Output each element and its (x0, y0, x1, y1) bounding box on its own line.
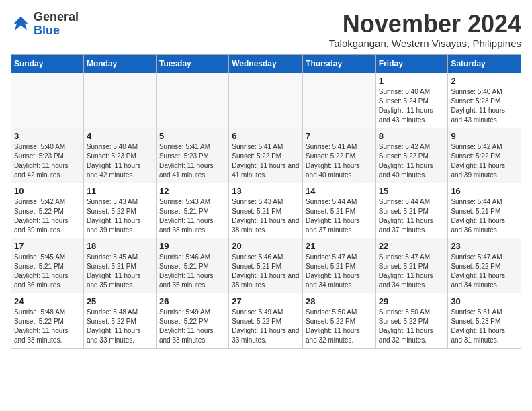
location-subtitle: Talokgangan, Western Visayas, Philippine… (329, 38, 521, 49)
day-number: 4 (87, 131, 153, 141)
day-detail: Sunrise: 5:43 AM Sunset: 5:22 PM Dayligh… (87, 197, 153, 235)
day-number: 8 (379, 131, 445, 141)
day-detail: Sunrise: 5:42 AM Sunset: 5:22 PM Dayligh… (379, 142, 445, 180)
calendar-day-cell: 18Sunrise: 5:45 AM Sunset: 5:21 PM Dayli… (83, 238, 156, 293)
calendar-day-cell: 23Sunrise: 5:47 AM Sunset: 5:22 PM Dayli… (448, 238, 521, 293)
day-number: 3 (14, 131, 81, 141)
calendar-day-cell: 21Sunrise: 5:47 AM Sunset: 5:21 PM Dayli… (303, 238, 376, 293)
calendar-week-row: 17Sunrise: 5:45 AM Sunset: 5:21 PM Dayli… (11, 238, 521, 293)
day-detail: Sunrise: 5:41 AM Sunset: 5:22 PM Dayligh… (232, 142, 300, 180)
calendar-day-cell (156, 73, 228, 128)
day-detail: Sunrise: 5:47 AM Sunset: 5:22 PM Dayligh… (451, 253, 518, 290)
day-number: 28 (306, 296, 373, 306)
calendar-day-cell: 15Sunrise: 5:44 AM Sunset: 5:21 PM Dayli… (375, 183, 448, 238)
day-detail: Sunrise: 5:45 AM Sunset: 5:21 PM Dayligh… (14, 253, 81, 290)
header: General Blue November 2024 Talokgangan, … (11, 11, 521, 49)
calendar-week-row: 3Sunrise: 5:40 AM Sunset: 5:23 PM Daylig… (11, 128, 521, 183)
calendar-header-row: SundayMondayTuesdayWednesdayThursdayFrid… (11, 54, 521, 73)
day-number: 19 (159, 241, 226, 251)
calendar-day-cell: 19Sunrise: 5:46 AM Sunset: 5:21 PM Dayli… (156, 238, 228, 293)
day-detail: Sunrise: 5:40 AM Sunset: 5:24 PM Dayligh… (379, 87, 445, 125)
calendar-day-cell: 12Sunrise: 5:43 AM Sunset: 5:21 PM Dayli… (156, 183, 228, 238)
day-number: 11 (87, 186, 153, 196)
weekday-header-saturday: Saturday (448, 54, 521, 73)
day-detail: Sunrise: 5:49 AM Sunset: 5:22 PM Dayligh… (159, 308, 226, 345)
calendar-day-cell: 20Sunrise: 5:46 AM Sunset: 5:21 PM Dayli… (229, 238, 303, 293)
day-detail: Sunrise: 5:50 AM Sunset: 5:22 PM Dayligh… (306, 308, 373, 345)
calendar-week-row: 10Sunrise: 5:42 AM Sunset: 5:22 PM Dayli… (11, 183, 521, 238)
day-detail: Sunrise: 5:51 AM Sunset: 5:23 PM Dayligh… (451, 308, 518, 345)
weekday-header-friday: Friday (375, 54, 448, 73)
calendar-day-cell: 24Sunrise: 5:48 AM Sunset: 5:22 PM Dayli… (11, 293, 84, 348)
calendar-day-cell (83, 73, 156, 128)
day-number: 27 (232, 296, 300, 306)
calendar-day-cell: 30Sunrise: 5:51 AM Sunset: 5:23 PM Dayli… (448, 293, 521, 348)
day-number: 21 (306, 241, 373, 251)
weekday-header-wednesday: Wednesday (229, 54, 303, 73)
day-number: 24 (14, 296, 81, 306)
day-number: 17 (14, 241, 81, 251)
logo-icon (11, 14, 31, 34)
day-number: 1 (379, 76, 445, 86)
day-number: 5 (159, 131, 226, 141)
day-number: 15 (379, 186, 445, 196)
day-detail: Sunrise: 5:50 AM Sunset: 5:22 PM Dayligh… (379, 308, 445, 345)
calendar-day-cell: 29Sunrise: 5:50 AM Sunset: 5:22 PM Dayli… (375, 293, 448, 348)
day-detail: Sunrise: 5:44 AM Sunset: 5:21 PM Dayligh… (451, 197, 518, 235)
day-detail: Sunrise: 5:42 AM Sunset: 5:22 PM Dayligh… (451, 142, 518, 180)
day-number: 13 (232, 186, 300, 196)
day-number: 23 (451, 241, 518, 251)
day-detail: Sunrise: 5:43 AM Sunset: 5:21 PM Dayligh… (232, 197, 300, 235)
weekday-header-sunday: Sunday (11, 54, 84, 73)
day-detail: Sunrise: 5:46 AM Sunset: 5:21 PM Dayligh… (232, 253, 300, 290)
day-detail: Sunrise: 5:41 AM Sunset: 5:23 PM Dayligh… (159, 142, 226, 180)
calendar-day-cell: 25Sunrise: 5:48 AM Sunset: 5:22 PM Dayli… (83, 293, 156, 348)
day-number: 9 (451, 131, 518, 141)
calendar-day-cell: 14Sunrise: 5:44 AM Sunset: 5:21 PM Dayli… (303, 183, 376, 238)
weekday-header-monday: Monday (83, 54, 156, 73)
day-detail: Sunrise: 5:47 AM Sunset: 5:21 PM Dayligh… (306, 253, 373, 290)
weekday-header-tuesday: Tuesday (156, 54, 228, 73)
calendar-day-cell: 17Sunrise: 5:45 AM Sunset: 5:21 PM Dayli… (11, 238, 84, 293)
day-detail: Sunrise: 5:43 AM Sunset: 5:21 PM Dayligh… (159, 197, 226, 235)
day-number: 22 (379, 241, 445, 251)
calendar-day-cell (11, 73, 84, 128)
calendar-day-cell: 10Sunrise: 5:42 AM Sunset: 5:22 PM Dayli… (11, 183, 84, 238)
day-detail: Sunrise: 5:44 AM Sunset: 5:21 PM Dayligh… (306, 197, 373, 235)
day-detail: Sunrise: 5:44 AM Sunset: 5:21 PM Dayligh… (379, 197, 445, 235)
calendar-day-cell: 13Sunrise: 5:43 AM Sunset: 5:21 PM Dayli… (229, 183, 303, 238)
day-number: 16 (451, 186, 518, 196)
calendar-day-cell: 2Sunrise: 5:40 AM Sunset: 5:23 PM Daylig… (448, 73, 521, 128)
day-number: 20 (232, 241, 300, 251)
calendar-day-cell: 4Sunrise: 5:40 AM Sunset: 5:23 PM Daylig… (83, 128, 156, 183)
calendar-body: 1Sunrise: 5:40 AM Sunset: 5:24 PM Daylig… (11, 73, 521, 348)
calendar-day-cell: 11Sunrise: 5:43 AM Sunset: 5:22 PM Dayli… (83, 183, 156, 238)
day-detail: Sunrise: 5:46 AM Sunset: 5:21 PM Dayligh… (159, 253, 226, 290)
calendar-day-cell: 7Sunrise: 5:41 AM Sunset: 5:22 PM Daylig… (303, 128, 376, 183)
day-detail: Sunrise: 5:40 AM Sunset: 5:23 PM Dayligh… (87, 142, 153, 180)
day-detail: Sunrise: 5:47 AM Sunset: 5:21 PM Dayligh… (379, 253, 445, 290)
day-number: 2 (451, 76, 518, 86)
day-number: 29 (379, 296, 445, 306)
calendar-day-cell: 8Sunrise: 5:42 AM Sunset: 5:22 PM Daylig… (375, 128, 448, 183)
day-detail: Sunrise: 5:48 AM Sunset: 5:22 PM Dayligh… (14, 308, 81, 345)
day-number: 18 (87, 241, 153, 251)
calendar-day-cell: 6Sunrise: 5:41 AM Sunset: 5:22 PM Daylig… (229, 128, 303, 183)
day-detail: Sunrise: 5:40 AM Sunset: 5:23 PM Dayligh… (451, 87, 518, 125)
calendar-day-cell: 1Sunrise: 5:40 AM Sunset: 5:24 PM Daylig… (375, 73, 448, 128)
day-number: 7 (306, 131, 373, 141)
day-number: 30 (451, 296, 518, 306)
month-title: November 2024 (329, 11, 521, 38)
calendar-day-cell: 16Sunrise: 5:44 AM Sunset: 5:21 PM Dayli… (448, 183, 521, 238)
calendar-table: SundayMondayTuesdayWednesdayThursdayFrid… (11, 54, 521, 349)
day-number: 26 (159, 296, 226, 306)
calendar-day-cell: 26Sunrise: 5:49 AM Sunset: 5:22 PM Dayli… (156, 293, 228, 348)
day-detail: Sunrise: 5:45 AM Sunset: 5:21 PM Dayligh… (87, 253, 153, 290)
calendar-day-cell (303, 73, 376, 128)
calendar-day-cell: 5Sunrise: 5:41 AM Sunset: 5:23 PM Daylig… (156, 128, 228, 183)
calendar-day-cell: 3Sunrise: 5:40 AM Sunset: 5:23 PM Daylig… (11, 128, 84, 183)
title-area: November 2024 Talokgangan, Western Visay… (329, 11, 521, 49)
calendar-week-row: 24Sunrise: 5:48 AM Sunset: 5:22 PM Dayli… (11, 293, 521, 348)
weekday-header-thursday: Thursday (303, 54, 376, 73)
day-number: 25 (87, 296, 153, 306)
